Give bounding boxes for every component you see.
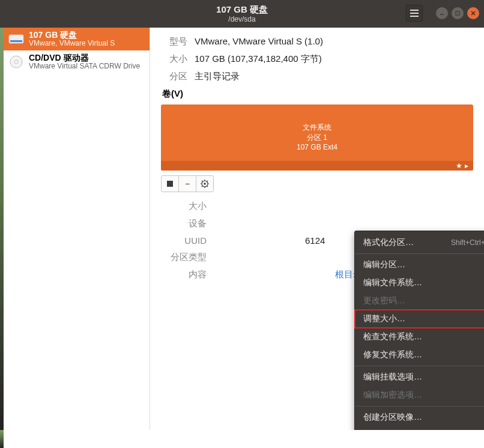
menu-repair-filesystem[interactable]: 修复文件系统… [355, 346, 484, 364]
device-sub: VMware Virtual SATA CDRW Drive [29, 62, 140, 71]
stop-icon [167, 181, 173, 187]
close-button[interactable] [467, 7, 479, 19]
partitioning-label: 分区 [161, 71, 187, 82]
model-label: 型号 [161, 36, 187, 47]
chevron-right-icon: ▸ [465, 162, 468, 170]
menu-edit-mount-options[interactable]: 编辑挂载选项… [355, 368, 484, 386]
star-icon: ★ [456, 162, 462, 170]
size-value: 107 GB (107,374,182,400 字节) [195, 53, 322, 65]
device-sub: VMware, VMware Virtual S [29, 40, 115, 48]
volumes-heading: 卷(V) [162, 88, 473, 100]
detail-content-label: 内容 [161, 269, 207, 280]
volume-size-label: 107 GB Ext4 [297, 142, 337, 153]
app-menu-button[interactable] [406, 5, 423, 22]
gear-icon [200, 179, 210, 189]
menu-restore-image[interactable]: 从分区映像恢复… [355, 426, 484, 430]
svg-rect-2 [10, 40, 22, 42]
volume-part-label: 分区 1 [297, 133, 337, 143]
main-panel: 型号 VMware, VMware Virtual S (1.0) 大小 107… [150, 28, 484, 430]
menu-edit-filesystem[interactable]: 编辑文件系统… [355, 274, 484, 292]
detail-uuid-label: UUID [161, 235, 207, 246]
detail-parttype-label: 分区类型 [161, 252, 207, 263]
svg-rect-0 [456, 11, 459, 15]
device-sidebar: 107 GB 硬盘 VMware, VMware Virtual S CD/DV… [4, 28, 150, 430]
delete-partition-button[interactable]: − [178, 175, 196, 192]
window-title: 107 GB 硬盘 [216, 4, 268, 15]
model-value: VMware, VMware Virtual S (1.0) [195, 36, 323, 46]
size-label: 大小 [161, 53, 187, 65]
menu-change-password: 更改密码… [355, 292, 484, 310]
menu-check-filesystem[interactable]: 检查文件系统… [355, 328, 484, 346]
menu-shortcut: Shift+Ctrl+F [451, 238, 484, 247]
menu-edit-encryption-options: 编辑加密选项… [355, 386, 484, 404]
partition-menu: 格式化分区… Shift+Ctrl+F 编辑分区… 编辑文件系统… 更改密码… … [354, 231, 484, 430]
menu-format-partition[interactable]: 格式化分区… Shift+Ctrl+F [355, 234, 484, 252]
unmount-button[interactable] [161, 175, 179, 192]
maximize-button[interactable] [452, 7, 464, 19]
gear-button[interactable] [196, 175, 214, 192]
menu-separator [355, 366, 484, 366]
detail-uuid-tail: 6124 [305, 235, 325, 246]
window-subtitle: /dev/sda [216, 15, 268, 23]
hdd-icon [8, 31, 24, 47]
menu-create-image[interactable]: 创建分区映像… [355, 408, 484, 426]
sidebar-item-hdd[interactable]: 107 GB 硬盘 VMware, VMware Virtual S [4, 28, 150, 50]
titlebar: 107 GB 硬盘 /dev/sda [0, 0, 484, 28]
menu-resize[interactable]: 调整大小… [355, 310, 484, 328]
menu-edit-partition[interactable]: 编辑分区… [355, 256, 484, 274]
device-title: CD/DVD 驱动器 [29, 53, 140, 62]
volume-fs-label: 文件系统 [297, 123, 337, 133]
detail-device-label: 设备 [161, 218, 207, 229]
minimize-button[interactable] [436, 7, 448, 19]
sidebar-item-dvd[interactable]: CD/DVD 驱动器 VMware Virtual SATA CDRW Driv… [4, 50, 150, 73]
partitioning-value: 主引导记录 [195, 71, 240, 82]
menu-separator [355, 253, 484, 254]
disc-icon [8, 54, 24, 70]
volume-partition[interactable]: 文件系统 分区 1 107 GB Ext4 ★ ▸ [161, 104, 473, 171]
detail-size-label: 大小 [161, 201, 207, 212]
svg-point-4 [14, 60, 18, 64]
svg-point-6 [204, 183, 206, 185]
device-title: 107 GB 硬盘 [29, 30, 115, 40]
menu-separator [355, 406, 484, 407]
